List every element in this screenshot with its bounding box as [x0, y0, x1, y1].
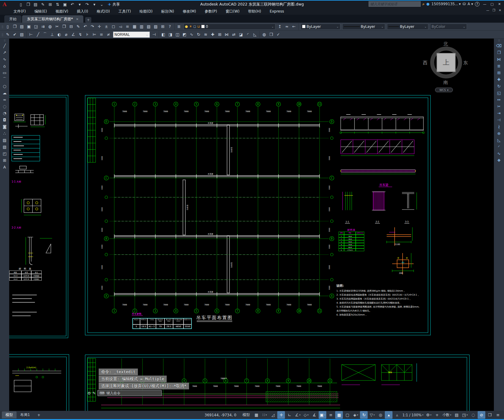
icon-move[interactable]: ✚	[495, 76, 503, 83]
icon-save[interactable]: ▤	[32, 1, 39, 8]
icon-redo[interactable]: ↷	[83, 1, 91, 8]
search-input[interactable]	[369, 1, 421, 7]
icon-dim-baseline[interactable]: ⊧	[84, 31, 91, 38]
icon-dim-diameter[interactable]: ⌀	[63, 31, 70, 38]
wcs-dropdown[interactable]: WCS ▾	[435, 88, 453, 92]
icon-dim-angular[interactable]: ∠	[70, 31, 77, 38]
menu-dimension[interactable]: 标注(N)	[157, 8, 178, 15]
icon-stretch[interactable]: ↔	[495, 96, 503, 103]
maximize-button[interactable]: ▢	[489, 2, 495, 6]
icon-redo-caret[interactable]: ▾	[91, 1, 98, 8]
icon-construction-line[interactable]: ↗	[1, 49, 8, 56]
icon-align[interactable]: ⇄	[230, 31, 237, 38]
icon-dim-continue[interactable]: ⊨	[91, 31, 98, 38]
viewcube-south[interactable]: 南	[443, 80, 448, 85]
new-layout-button[interactable]: +	[34, 412, 44, 418]
icon-gradient[interactable]: ▧	[1, 143, 8, 150]
icon-scale-list[interactable]: ▤	[18, 31, 25, 38]
icon-copy[interactable]: ❐	[495, 49, 503, 56]
icon-graphics-performance[interactable]: ⊘	[478, 411, 485, 419]
app-store-cart-icon[interactable]: ⛁	[463, 2, 466, 6]
icon-dim-space[interactable]: ≡	[98, 31, 105, 38]
menu-help[interactable]: 帮助(H)	[244, 8, 265, 15]
icon-selection-cycling[interactable]: ▢	[343, 411, 351, 419]
icon-qnew[interactable]: ▯	[4, 23, 11, 30]
icon-polyline[interactable]: ∿	[1, 56, 8, 62]
icon-autoscale[interactable]: ▵	[393, 411, 401, 419]
icon-lineweight[interactable]: ≡	[327, 411, 335, 419]
viewcube[interactable]: 北 西 东 南 上 WCS ▾	[428, 44, 468, 93]
command-input[interactable]: ⌨ 键入命令	[97, 390, 162, 396]
icon-web[interactable]: ◍	[47, 23, 54, 30]
icon-help[interactable]: ?	[166, 23, 173, 30]
icon-line[interactable]: ╱	[1, 42, 8, 49]
icon-qat-more[interactable]: ⌄	[98, 1, 105, 8]
icon-plot-preview[interactable]: ◲	[32, 23, 40, 30]
dimstyle-combo[interactable]: NORMAL ⌄	[113, 32, 150, 38]
icon-undo[interactable]: ↶	[82, 23, 89, 30]
icon-spline[interactable]: ≈	[1, 96, 8, 103]
icon-subtract[interactable]: ◨	[167, 31, 174, 38]
icon-isodraft[interactable]: ◇▾	[302, 411, 310, 419]
menu-view[interactable]: 视图(V)	[51, 8, 73, 15]
icon-undo-caret[interactable]: ▾	[76, 1, 83, 8]
icon-mirror[interactable]: ⋈	[495, 56, 503, 62]
icon-point[interactable]: ∴	[1, 130, 8, 137]
annotation-scale[interactable]: 1:1 / 100%▾	[401, 411, 424, 419]
icon-dynamic-input[interactable]: ✛	[277, 411, 285, 419]
tab-close-icon[interactable]: ✕	[76, 17, 78, 21]
doc-close-button[interactable]: ✕	[497, 9, 503, 12]
icon-text-edit[interactable]: ✎	[4, 31, 11, 38]
icon-cut[interactable]: ✂	[54, 23, 61, 30]
icon-array[interactable]: ⊞	[495, 69, 503, 76]
icon-clean-screen[interactable]: ❒	[486, 411, 494, 419]
icon-fillet-edge[interactable]: ◜	[244, 31, 252, 38]
icon-tool-palettes[interactable]: ▥	[138, 23, 145, 30]
icon-extend[interactable]: ⇥	[495, 110, 503, 116]
icon-zoom-realtime[interactable]: ±	[103, 23, 110, 30]
close-button[interactable]: ✕	[496, 2, 503, 6]
model-space-button[interactable]: 模型	[240, 412, 252, 418]
menu-parametric[interactable]: 参数(P)	[200, 8, 222, 15]
help-icon[interactable]: ?	[475, 2, 479, 6]
icon-make-object-layer-current[interactable]: ↥	[276, 23, 283, 30]
icon-dim-aligned[interactable]: ╱	[35, 31, 42, 38]
model-tab[interactable]: 模型	[2, 411, 17, 418]
icon-section-plane[interactable]: ◪	[237, 31, 244, 38]
icon-scale[interactable]: ◱	[495, 89, 503, 96]
autodesk-a-icon[interactable]: A ▾	[468, 2, 473, 6]
icon-offset[interactable]: ≣	[495, 62, 503, 69]
icon-blend-curves[interactable]: ∿	[495, 150, 503, 157]
icon-polar-tracking[interactable]: ∠▾	[294, 411, 301, 419]
icon-loft[interactable]: ≋	[202, 31, 209, 38]
icon-join[interactable]: ⊕	[495, 130, 503, 137]
icon-interfere[interactable]: ◍	[261, 31, 268, 38]
color-combo[interactable]: ByLayer ⌄	[301, 24, 340, 30]
drawing-canvas[interactable]: 1-1 大样 2-2 大样	[9, 39, 494, 411]
icon-layer-previous[interactable]: ←	[290, 23, 297, 30]
icon-dim-edit[interactable]: ⊣	[151, 31, 158, 38]
search-icon[interactable]: ⌕	[423, 2, 425, 6]
icon-rotate[interactable]: ↻	[495, 83, 503, 89]
icon-transparency[interactable]: ▩	[335, 411, 343, 419]
menu-express[interactable]: Express	[265, 9, 288, 14]
minimize-button[interactable]: —	[481, 2, 488, 6]
icon-paste[interactable]: ⊟	[68, 23, 75, 30]
icon-insert-block[interactable]: ◘	[1, 116, 8, 123]
icon-array-3d[interactable]: ⊞	[216, 31, 223, 38]
tab-start[interactable]: 开始	[4, 15, 21, 23]
menu-insert[interactable]: 插入(I)	[73, 8, 93, 15]
layer-combo[interactable]: ● ☀ ◻ ⊔ 0 ⌄	[184, 24, 275, 30]
icon-zoom-previous[interactable]: ◅	[117, 23, 124, 30]
icon-dim-arc-length[interactable]: ⌒	[42, 31, 49, 38]
menu-modify[interactable]: 修改(M)	[178, 8, 200, 15]
icon-markup[interactable]: ▨	[152, 23, 159, 30]
icon-plot[interactable]: ▣	[61, 1, 69, 8]
icon-open[interactable]: ❐	[11, 23, 18, 30]
toolbar-grip[interactable]: ⠿	[498, 39, 500, 42]
units[interactable]: 小数▾	[441, 411, 452, 419]
icon-osnap-3d[interactable]: ◈▾	[352, 411, 359, 419]
icon-layer-properties[interactable]: ≣	[176, 23, 183, 30]
icon-infer-constraints[interactable]: ◿	[269, 411, 277, 419]
doc-minimize-button[interactable]: —	[485, 9, 491, 12]
